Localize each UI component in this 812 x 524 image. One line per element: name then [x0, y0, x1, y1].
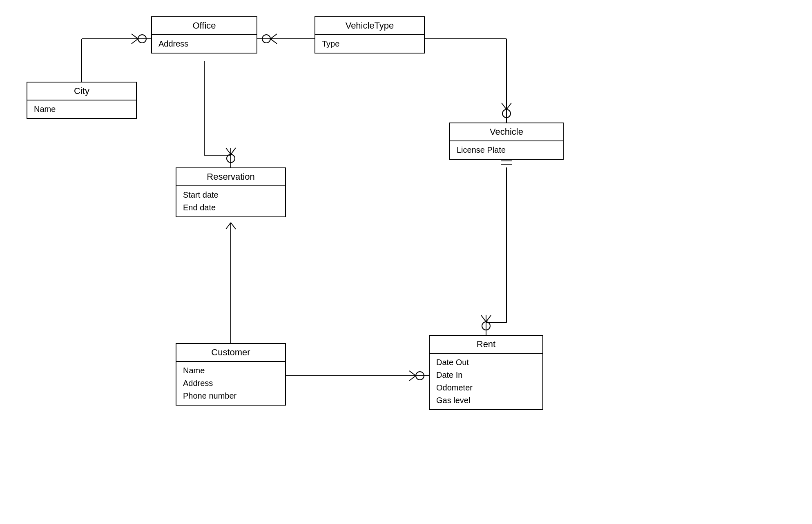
entity-reservation-attr-enddate: End date [181, 201, 281, 214]
entity-customer-header: Customer [176, 344, 285, 362]
entity-reservation-attr-startdate: Start date [181, 189, 281, 201]
entity-office-header: Office [152, 17, 257, 35]
entity-rent-attr-datein: Date In [434, 369, 538, 381]
entity-vehicle-header: Vechicle [450, 123, 563, 141]
entity-office-attrs: Address [152, 35, 257, 53]
entity-customer: Customer Name Address Phone number [176, 343, 286, 406]
entity-vehicle-attr-licenseplate: License Plate [454, 144, 559, 156]
er-diagram: City Name Office Address VehicleType Typ… [0, 0, 812, 524]
entity-rent-header: Rent [430, 336, 542, 354]
entity-office-attr-address: Address [156, 38, 252, 50]
entity-customer-attrs: Name Address Phone number [176, 362, 285, 405]
entity-vehicletype-header: VehicleType [315, 17, 424, 35]
entity-customer-attr-address: Address [181, 377, 281, 390]
entity-reservation-attrs: Start date End date [176, 186, 285, 216]
entity-vehicletype: VehicleType Type [315, 16, 425, 54]
entity-rent-attrs: Date Out Date In Odometer Gas level [430, 354, 542, 409]
entity-vehicle-attrs: License Plate [450, 141, 563, 159]
entity-rent: Rent Date Out Date In Odometer Gas level [429, 335, 543, 410]
entity-customer-attr-phone: Phone number [181, 390, 281, 402]
entity-rent-attr-dateout: Date Out [434, 356, 538, 369]
entity-reservation-header: Reservation [176, 168, 285, 186]
entity-city-attr-name: Name [31, 103, 132, 116]
entity-customer-attr-name: Name [181, 364, 281, 377]
entity-vehicletype-attrs: Type [315, 35, 424, 53]
entity-city-header: City [27, 83, 136, 100]
entity-city-attrs: Name [27, 100, 136, 118]
entity-vehicletype-attr-type: Type [319, 38, 420, 50]
entity-vehicle: Vechicle License Plate [449, 123, 564, 160]
entity-rent-attr-odometer: Odometer [434, 381, 538, 394]
entity-rent-attr-gaslevel: Gas level [434, 394, 538, 407]
entity-office: Office Address [151, 16, 257, 54]
entity-reservation: Reservation Start date End date [176, 167, 286, 217]
entity-city: City Name [27, 82, 137, 119]
